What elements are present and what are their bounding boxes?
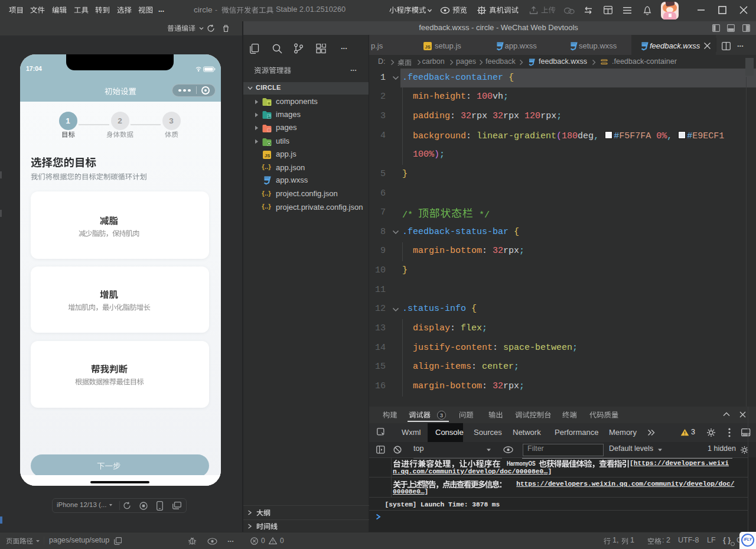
svg-text:JS: JS <box>265 153 270 158</box>
svg-text:JS: JS <box>425 44 431 50</box>
